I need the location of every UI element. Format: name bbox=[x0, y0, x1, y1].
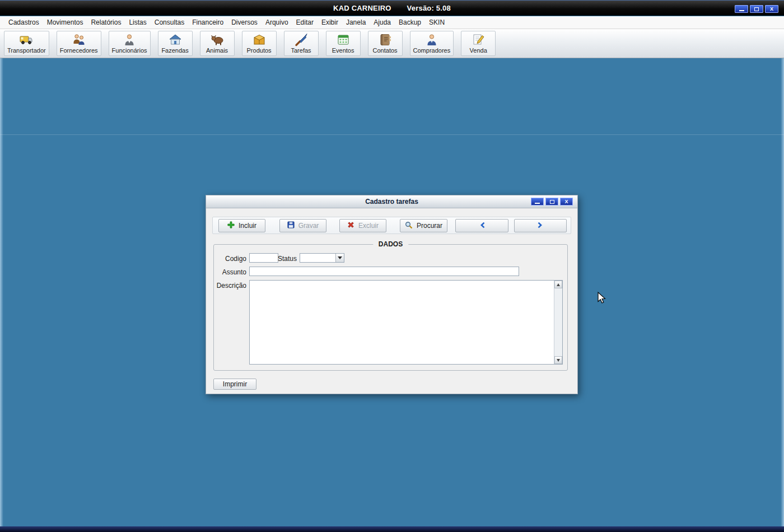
pencil-note-icon bbox=[471, 32, 486, 47]
employee-person-icon bbox=[122, 32, 137, 47]
status-combobox[interactable] bbox=[300, 253, 344, 263]
screwdriver-icon bbox=[294, 32, 309, 47]
menu-movimentos[interactable]: Movimentos bbox=[43, 17, 87, 28]
menu-listas[interactable]: Listas bbox=[125, 17, 150, 28]
excluir-button[interactable]: Excluir bbox=[339, 219, 386, 232]
farm-house-icon bbox=[168, 32, 183, 47]
toolbar-button-venda[interactable]: Venda bbox=[461, 31, 496, 56]
incluir-label: Incluir bbox=[239, 222, 256, 230]
imprimir-label: Imprimir bbox=[223, 380, 247, 388]
main-toolbar: Transportador Fornecedores Funcionários … bbox=[0, 29, 784, 58]
chevron-left-icon bbox=[479, 222, 486, 230]
scroll-down-button[interactable] bbox=[554, 356, 562, 364]
toolbar-button-animais[interactable]: Animais bbox=[200, 31, 235, 56]
window-bottom-edge bbox=[0, 526, 784, 532]
app-version-text: Versão: 5.08 bbox=[407, 4, 451, 12]
previous-record-button[interactable] bbox=[455, 219, 508, 232]
menu-backup[interactable]: Backup bbox=[395, 17, 425, 28]
dialog-action-toolbar: Incluir Gravar Excluir Procurar bbox=[212, 217, 571, 234]
suppliers-people-icon bbox=[72, 32, 86, 47]
minimize-icon bbox=[535, 203, 540, 204]
dialog-titlebar[interactable]: Cadastro tarefas X bbox=[206, 195, 577, 208]
toolbar-button-label: Animais bbox=[206, 47, 228, 54]
window-right-edge bbox=[781, 58, 784, 526]
toolbar-button-produtos[interactable]: Produtos bbox=[242, 31, 277, 56]
incluir-button[interactable]: Incluir bbox=[218, 219, 265, 232]
arrow-up-icon bbox=[557, 283, 560, 286]
status-label: Status bbox=[265, 255, 297, 263]
chevron-down-icon bbox=[338, 256, 342, 259]
menu-skin[interactable]: SKIN bbox=[425, 17, 449, 28]
toolbar-button-label: Contatos bbox=[373, 47, 398, 54]
gravar-button[interactable]: Gravar bbox=[279, 219, 326, 232]
menu-arquivo[interactable]: Arquivo bbox=[262, 17, 292, 28]
procurar-button[interactable]: Procurar bbox=[400, 219, 447, 232]
menu-exibir[interactable]: Exibir bbox=[318, 17, 342, 28]
dialog-minimize-button[interactable] bbox=[531, 198, 544, 206]
toolbar-button-contatos[interactable]: Contatos bbox=[368, 31, 403, 56]
toolbar-button-label: Funcionários bbox=[112, 47, 147, 54]
dialog-close-button[interactable]: X bbox=[560, 198, 573, 206]
toolbar-button-label: Fazendas bbox=[161, 47, 188, 54]
mouse-cursor bbox=[595, 291, 608, 304]
menu-financeiro[interactable]: Financeiro bbox=[188, 17, 227, 28]
menu-diversos[interactable]: Diversos bbox=[227, 17, 262, 28]
cow-icon bbox=[210, 32, 225, 47]
imprimir-button[interactable]: Imprimir bbox=[213, 379, 256, 390]
menu-editar[interactable]: Editar bbox=[292, 17, 318, 28]
arrow-down-icon bbox=[557, 359, 560, 362]
maximize-button[interactable] bbox=[750, 5, 763, 13]
assunto-label: Assunto bbox=[214, 268, 246, 276]
calendar-icon bbox=[336, 32, 351, 47]
toolbar-button-funcionarios[interactable]: Funcionários bbox=[109, 31, 151, 56]
app-title: KAD CARNEIROVersão: 5.08 bbox=[0, 4, 784, 12]
assunto-input[interactable] bbox=[249, 267, 519, 276]
product-box-icon bbox=[252, 32, 267, 47]
floppy-disk-icon bbox=[287, 221, 295, 230]
toolbar-button-fornecedores[interactable]: Fornecedores bbox=[57, 31, 101, 56]
status-dropdown-button[interactable] bbox=[335, 254, 344, 262]
toolbar-button-label: Transportador bbox=[7, 47, 46, 54]
app-title-text: KAD CARNEIRO bbox=[333, 4, 391, 12]
menu-relatorios[interactable]: Relatórios bbox=[87, 17, 125, 28]
maximize-icon bbox=[550, 200, 554, 204]
background-divider bbox=[0, 134, 784, 135]
toolbar-button-label: Venda bbox=[470, 47, 487, 54]
menu-ajuda[interactable]: Ajuda bbox=[370, 17, 395, 28]
address-book-icon bbox=[378, 32, 393, 47]
scroll-up-button[interactable] bbox=[554, 281, 562, 288]
toolbar-button-label: Fornecedores bbox=[60, 47, 98, 54]
menu-consultas[interactable]: Consultas bbox=[151, 17, 188, 28]
toolbar-button-tarefas[interactable]: Tarefas bbox=[284, 31, 319, 56]
groupbox-title: DADOS bbox=[373, 240, 408, 248]
dados-groupbox: DADOS Codigo Status Assunto Descrição bbox=[213, 244, 568, 371]
toolbar-button-compradores[interactable]: Compradores bbox=[410, 31, 454, 56]
toolbar-button-label: Eventos bbox=[332, 47, 354, 54]
codigo-label: Codigo bbox=[214, 255, 246, 263]
app-titlebar: KAD CARNEIROVersão: 5.08 X bbox=[0, 0, 784, 16]
toolbar-button-label: Produtos bbox=[247, 47, 272, 54]
dialog-window-controls: X bbox=[531, 198, 573, 206]
dialog-maximize-button[interactable] bbox=[545, 198, 558, 206]
truck-icon bbox=[19, 32, 34, 47]
minimize-icon bbox=[739, 10, 744, 11]
next-record-button[interactable] bbox=[514, 219, 567, 232]
close-icon: X bbox=[770, 6, 773, 12]
buyer-person-icon bbox=[424, 32, 439, 47]
toolbar-button-fazendas[interactable]: Fazendas bbox=[158, 31, 193, 56]
menu-janela[interactable]: Janela bbox=[342, 17, 370, 28]
maximize-icon bbox=[754, 7, 759, 11]
minimize-button[interactable] bbox=[735, 5, 748, 13]
close-button[interactable]: X bbox=[765, 5, 778, 13]
toolbar-button-transportador[interactable]: Transportador bbox=[4, 31, 49, 56]
window-controls: X bbox=[735, 5, 778, 13]
descricao-textarea[interactable] bbox=[249, 280, 563, 365]
procurar-label: Procurar bbox=[417, 222, 442, 230]
toolbar-button-label: Tarefas bbox=[291, 47, 311, 54]
chevron-right-icon bbox=[537, 222, 544, 230]
plus-icon bbox=[227, 221, 235, 230]
descricao-label: Descrição bbox=[214, 282, 246, 290]
toolbar-button-eventos[interactable]: Eventos bbox=[326, 31, 361, 56]
menu-cadastros[interactable]: Cadastros bbox=[4, 17, 43, 28]
descricao-scrollbar[interactable] bbox=[554, 281, 562, 364]
